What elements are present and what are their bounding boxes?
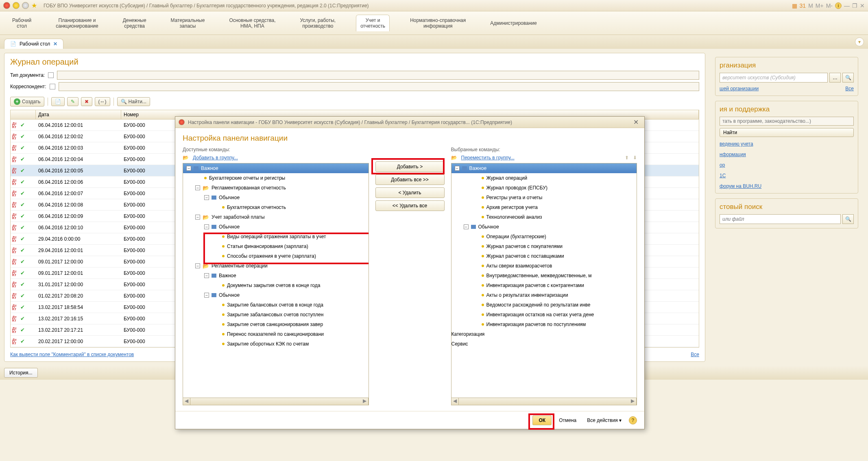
help-icon[interactable]: i (835, 2, 842, 9)
tree-item[interactable]: Журнал операций (451, 173, 637, 183)
m3-icon[interactable]: M- (826, 2, 833, 9)
tree-item[interactable]: −Обычное (183, 290, 369, 300)
create-button[interactable]: +Создать (10, 97, 44, 107)
nav-back-icon[interactable] (13, 2, 20, 9)
section-desktop[interactable]: Рабочий стол (8, 15, 35, 31)
calendar-icon[interactable]: ▦ (792, 2, 797, 9)
filter-correspondent-input[interactable] (59, 82, 699, 91)
section-accounting[interactable]: Учет и отчетность (356, 15, 390, 31)
filter-doc-type-checkbox[interactable] (48, 72, 54, 78)
tree-item[interactable]: Виды операций отражения зарплаты в учет (183, 232, 369, 241)
avail-root[interactable]: − Важное (183, 163, 369, 173)
support-link[interactable]: форум на BUH.RU (720, 183, 854, 189)
tabs-dropdown-icon[interactable]: ▾ (855, 37, 864, 46)
tree-item[interactable]: Перенос показателей по санкционировани (183, 329, 369, 339)
support-link[interactable]: ведению учета (720, 141, 854, 147)
history-button[interactable]: История... (4, 368, 38, 378)
delete-button[interactable]: ✖ (81, 97, 92, 106)
tree-item[interactable]: Закрытие забалансовых счетов поступлен (183, 310, 369, 320)
link-all[interactable]: Все (691, 352, 699, 357)
section-materials[interactable]: Материальные запасы (167, 15, 209, 31)
tree-item[interactable]: Бухгалтерская отчетность (183, 202, 369, 212)
tree-item[interactable]: −📂Учет заработной платы (183, 212, 369, 222)
tree-item[interactable]: Операции (бухгалтерские) (451, 232, 637, 241)
sel-root[interactable]: − Важное (451, 163, 637, 173)
org-search-button[interactable]: 🔍 (842, 73, 854, 83)
support-input[interactable] (720, 117, 854, 126)
tree-item[interactable]: Журнал расчетов с покупателями (451, 241, 637, 251)
tree-item[interactable]: Инвентаризация расчетов с контрагентами (451, 281, 637, 290)
org-pick-button[interactable]: … (829, 73, 841, 83)
tree-item[interactable]: Документы закрытия счетов в конце года (183, 281, 369, 290)
modal-close-icon[interactable]: ✕ (631, 118, 641, 126)
org-input[interactable] (720, 73, 828, 83)
org-link[interactable]: шей организации (720, 86, 759, 91)
tree-item[interactable]: Категоризация (451, 329, 637, 339)
add-all-button[interactable]: Добавить все >> (375, 174, 445, 185)
avail-tree[interactable]: − Важное Бухгалтерские отчеты и регистры… (183, 163, 369, 405)
org-all[interactable]: Все (845, 86, 854, 91)
section-reference[interactable]: Нормативно-справочная информация (406, 15, 470, 31)
tree-item[interactable]: Инвентаризация расчетов по поступлениям (451, 320, 637, 329)
tree-item[interactable]: Журнал расчетов с поставщиками (451, 251, 637, 261)
section-services[interactable]: Услуги, работы, производство (296, 15, 340, 31)
m2-icon[interactable]: M+ (816, 2, 824, 9)
tree-item[interactable]: Журнал проводок (ЕПСБУ) (451, 183, 637, 193)
filter-doc-type-input[interactable] (57, 71, 699, 80)
edit-button[interactable]: ✎ (67, 97, 79, 106)
tree-item[interactable]: Ведомости расхождений по результатам инв… (451, 300, 637, 310)
tree-item[interactable]: Архив регистров учета (451, 202, 637, 212)
ok-button[interactable]: ОК (532, 415, 552, 425)
cancel-button[interactable]: Отмена (556, 416, 580, 425)
find-button[interactable]: 🔍 Найти... (117, 97, 150, 106)
tree-item[interactable]: Способы отражения в учете (зарплата) (183, 251, 369, 261)
search-button[interactable]: 🔍 (842, 214, 854, 224)
support-link[interactable]: 1С (720, 173, 854, 178)
tree-item[interactable]: −Важное (183, 271, 369, 281)
remove-button[interactable]: < Удалить (375, 187, 445, 198)
tree-item[interactable]: Закрытие оборотных КЭК по счетам (183, 339, 369, 349)
tree-item[interactable]: Акты о результатах инвентаризации (451, 290, 637, 300)
tree-item[interactable]: −Обычное (183, 222, 369, 232)
support-link[interactable]: нформация (720, 152, 854, 157)
close-icon[interactable]: ✕ (860, 2, 865, 9)
modal-help-icon[interactable]: ? (629, 416, 637, 424)
tree-item[interactable]: Закрытие балансовых счетов в конце года (183, 300, 369, 310)
move-up-icon[interactable]: ⬆ (625, 155, 629, 161)
tree-item[interactable]: Бухгалтерские отчеты и регистры (183, 173, 369, 183)
tree-item[interactable]: Регистры учета и отчеты (451, 193, 637, 202)
move-down-icon[interactable]: ⬇ (633, 155, 637, 161)
swap-button[interactable]: (↔) (95, 97, 110, 106)
tree-item[interactable]: −📂Регламентированная отчетность (183, 183, 369, 193)
search-input[interactable] (720, 214, 841, 224)
tree-item[interactable]: Инвентаризация остатков на счетах учета … (451, 310, 637, 320)
tab-desktop[interactable]: 📄 Рабочий стол ✕ (4, 39, 63, 49)
tree-item[interactable]: Внутриведомственные, межведомственные, м (451, 271, 637, 281)
date-icon[interactable]: 31 (800, 2, 806, 9)
m-icon[interactable]: M (808, 2, 813, 9)
minimize-icon[interactable]: — (844, 2, 850, 9)
filter-correspondent-checkbox[interactable] (50, 84, 55, 89)
tree-item[interactable]: Закрытие счетов санкционирования завер (183, 320, 369, 329)
tree-item[interactable]: Технологический анализ (451, 212, 637, 222)
section-admin[interactable]: Администрирование (486, 18, 541, 28)
tab-close-icon[interactable]: ✕ (53, 41, 57, 47)
support-find-button[interactable]: Найти (720, 128, 854, 137)
tree-item[interactable]: −Обычное (183, 193, 369, 202)
link-comment-field[interactable]: Как вывести поле "Комментарий" в списке … (10, 352, 134, 357)
add-group-link[interactable]: Добавить в группу... (193, 155, 238, 161)
nav-fwd-icon[interactable] (22, 2, 29, 9)
section-fixed-assets[interactable]: Основные средства, НМА, НПА (225, 15, 279, 31)
tree-item[interactable]: Статьи финансирования (зарплата) (183, 241, 369, 251)
all-actions-button[interactable]: Все действия ▾ (584, 416, 625, 425)
remove-all-button[interactable]: << Удалить все (375, 200, 445, 211)
section-cash[interactable]: Денежные средства (119, 15, 150, 31)
col-date[interactable]: Дата (36, 110, 121, 119)
move-group-link[interactable]: Переместить в группу... (461, 155, 515, 161)
tree-item[interactable]: Сервис (451, 339, 637, 349)
add-button[interactable]: Добавить > (375, 161, 445, 172)
copy-button[interactable]: 📄 (51, 97, 65, 106)
tree-item[interactable]: −📂Регламентные операции (183, 261, 369, 271)
tree-item[interactable]: Акты сверки взаиморасчетов (451, 261, 637, 271)
support-link[interactable]: ор (720, 162, 854, 168)
